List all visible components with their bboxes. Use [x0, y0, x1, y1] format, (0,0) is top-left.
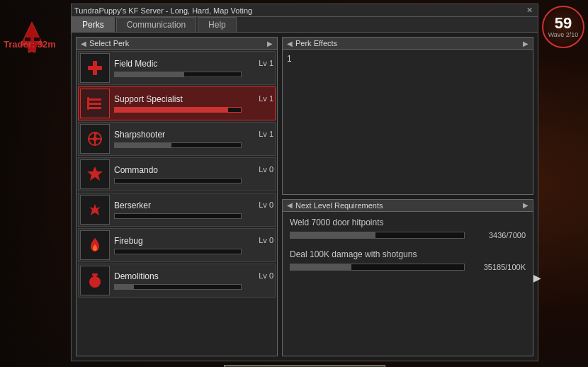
- trader-icon: [13, 18, 52, 59]
- close-button[interactable]: ✕: [524, 6, 535, 15]
- berserker-icon: [80, 195, 110, 225]
- wave-label: Wave 2/10: [548, 31, 579, 39]
- select-perk-area: Select Perk: [72, 361, 538, 367]
- field-medic-icon: [80, 53, 110, 83]
- svg-rect-9: [87, 97, 89, 110]
- perk-level-commando: Lv 0: [259, 165, 273, 175]
- requirement-item-2: Deal 100K damage with shotguns 35185/100…: [290, 249, 526, 271]
- requirements-content: Weld 7000 door hitpoints 3436/7000 Deal …: [283, 212, 533, 287]
- perk-name-firebug: Firebug: [114, 236, 143, 246]
- perk-bar-field-medic: [114, 72, 242, 77]
- perk-name-support: Support Specialist: [114, 94, 183, 104]
- perk-item-sharpshooter[interactable]: Sharpshooter Lv 1: [78, 122, 276, 156]
- svg-rect-8: [89, 107, 101, 109]
- perk-name-sharpshooter: Sharpshooter: [114, 130, 165, 140]
- perk-bar-commando: [114, 178, 242, 184]
- svg-rect-17: [92, 273, 98, 276]
- wave-hud: 59 Wave 2/10: [542, 6, 584, 48]
- perk-item-demolitions[interactable]: Demolitions Lv 0: [78, 264, 276, 298]
- perk-item-firebug[interactable]: Firebug Lv 0: [78, 228, 276, 262]
- req-value-2: 35185/100K: [469, 263, 526, 271]
- perk-level-firebug: Lv 0: [259, 236, 273, 246]
- support-specialist-icon: [80, 89, 110, 118]
- perk-effects-value: 1: [287, 54, 292, 64]
- perk-name-field-medic: Field Medic: [114, 59, 157, 69]
- left-panel: ◀ Select Perk ▶: [76, 37, 278, 356]
- right-arrow-indicator: ▶: [533, 272, 541, 283]
- firebug-icon: [80, 230, 110, 260]
- perk-name-commando: Commando: [114, 165, 158, 175]
- requirements-label: Next Level Requirements: [295, 201, 383, 210]
- title-bar: TundraPuppy's KF Server - Long, Hard, Ma…: [72, 4, 538, 17]
- svg-rect-7: [89, 103, 101, 105]
- perk-list: Field Medic Lv 1: [77, 50, 277, 300]
- window-title: TundraPuppy's KF Server - Long, Hard, Ma…: [74, 6, 252, 15]
- perk-bar-demolitions: [114, 284, 242, 290]
- perk-bar-sharpshooter: [114, 142, 242, 148]
- perk-list-header: ◀ Select Perk ▶: [77, 38, 277, 50]
- perk-level-support: Lv 1: [259, 94, 273, 104]
- svg-rect-5: [88, 66, 102, 70]
- perk-level-berserker: Lv 0: [259, 201, 273, 210]
- req-text-1: Weld 7000 door hitpoints: [290, 218, 526, 227]
- requirements-panel: ◀ Next Level Requirements ▶ Weld 7000 do…: [282, 199, 533, 357]
- perk-list-panel: ◀ Select Perk ▶: [76, 37, 278, 356]
- select-perk-label: Select Perk: [89, 39, 129, 47]
- perk-effects-header: ◀ Perk Effects ▶: [283, 38, 533, 50]
- trader-timer: Trader: 32m: [4, 39, 56, 50]
- commando-icon: [80, 159, 110, 189]
- main-window: TundraPuppy's KF Server - Long, Hard, Ma…: [71, 4, 538, 361]
- perk-item-field-medic[interactable]: Field Medic Lv 1: [78, 51, 276, 85]
- req-value-1: 3436/7000: [469, 231, 526, 239]
- req-bar-1: [290, 232, 465, 239]
- wave-number: 59: [555, 16, 572, 31]
- requirement-item-1: Weld 7000 door hitpoints 3436/7000: [290, 218, 526, 239]
- perk-name-demolitions: Demolitions: [114, 271, 159, 281]
- perk-bar-firebug: [114, 249, 242, 254]
- svg-marker-14: [87, 166, 103, 181]
- right-panel: ◀ Perk Effects ▶ 1 ◀ Next Level Requirem…: [282, 37, 533, 356]
- perk-level-sharpshooter: Lv 1: [259, 130, 273, 140]
- tab-perks[interactable]: Perks: [72, 17, 115, 32]
- tab-bar: Perks Communication Help: [72, 17, 538, 33]
- perk-bar-support: [114, 107, 242, 113]
- perk-item-support-specialist[interactable]: Support Specialist Lv 1: [78, 86, 276, 120]
- perk-level-field-medic: Lv 1: [259, 59, 273, 69]
- perk-effects-content: 1: [283, 50, 533, 68]
- perk-name-berserker: Berserker: [114, 201, 151, 210]
- perk-level-demolitions: Lv 0: [259, 271, 273, 281]
- requirements-header: ◀ Next Level Requirements ▶: [283, 200, 533, 212]
- perk-effects-panel: ◀ Perk Effects ▶ 1: [282, 37, 533, 195]
- req-text-2: Deal 100K damage with shotguns: [290, 249, 526, 259]
- tab-help[interactable]: Help: [198, 17, 237, 32]
- perk-effects-label: Perk Effects: [295, 39, 337, 47]
- demolitions-icon: [80, 266, 110, 295]
- svg-rect-6: [89, 98, 101, 101]
- perk-item-commando[interactable]: Commando Lv 0: [78, 157, 276, 191]
- tab-communication[interactable]: Communication: [116, 17, 196, 32]
- perk-item-berserker[interactable]: Berserker Lv 0: [78, 193, 276, 227]
- perk-bar-berserker: [114, 213, 242, 219]
- sharpshooter-icon: [80, 124, 110, 154]
- req-bar-2: [290, 264, 465, 271]
- content-area: ◀ Select Perk ▶: [72, 33, 538, 361]
- svg-point-13: [94, 137, 96, 140]
